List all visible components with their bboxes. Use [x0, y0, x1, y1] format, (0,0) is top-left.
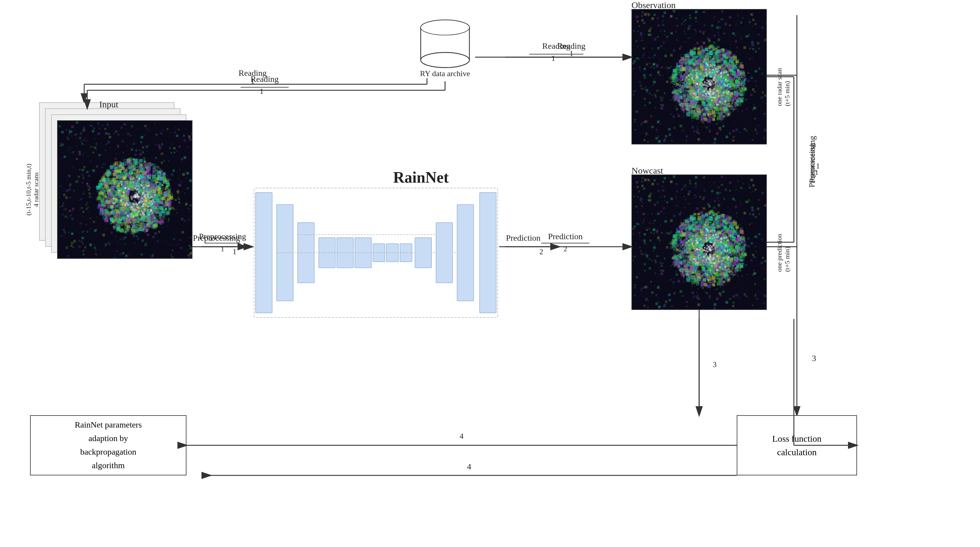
- svg-rect-43: [480, 193, 496, 313]
- svg-point-28: [421, 53, 469, 67]
- svg-text:Prediction: Prediction: [506, 233, 540, 242]
- svg-rect-35: [355, 238, 371, 268]
- svg-text:Preprocessing: Preprocessing: [193, 233, 240, 242]
- nowcast-label: Nowcast: [632, 166, 663, 176]
- svg-text:Reading: Reading: [557, 41, 585, 51]
- input-sublabel2-container: 4 radar scans: [29, 120, 44, 259]
- diagram: Reading 1 Reading 1 Preprocessing 1 Pred…: [0, 0, 980, 547]
- nowcast-sublabel: one prediction(t+5 min): [776, 234, 791, 272]
- nowcast-sublabel-container: one prediction(t+5 min): [768, 196, 799, 310]
- svg-rect-42: [457, 204, 474, 301]
- loss-label: Loss functioncalculation: [772, 432, 821, 459]
- svg-text:3: 3: [812, 354, 816, 363]
- svg-text:1: 1: [260, 87, 264, 96]
- preprocessing-right-container: Preprocessing: [800, 60, 824, 271]
- svg-text:4: 4: [460, 432, 464, 440]
- obs-radar-canvas: [632, 10, 767, 144]
- input-radar-canvas: [58, 121, 192, 259]
- svg-point-29: [421, 20, 469, 35]
- svg-text:1: 1: [570, 49, 573, 58]
- svg-rect-34: [337, 238, 353, 268]
- svg-text:Reading: Reading: [250, 74, 278, 84]
- svg-text:1: 1: [251, 77, 255, 85]
- svg-text:4: 4: [467, 462, 471, 471]
- input-label: Input: [99, 99, 118, 110]
- svg-rect-41: [436, 223, 453, 283]
- svg-text:Prediction: Prediction: [548, 232, 582, 241]
- observation-label: Observation: [632, 0, 676, 10]
- svg-rect-40: [415, 238, 431, 268]
- database-label: RY data archive: [415, 69, 475, 78]
- preprocessing-right-number: 1: [815, 169, 819, 177]
- nowcast-radar-canvas: [632, 175, 767, 310]
- svg-rect-32: [298, 223, 314, 283]
- rainnet-label: RainNet: [331, 169, 511, 186]
- svg-text:3: 3: [713, 360, 717, 369]
- obs-sublabel-container: one radar scan(t+5 min): [768, 30, 799, 144]
- reading-left-label: Reading: [239, 68, 266, 78]
- neural-network: [253, 187, 499, 319]
- svg-rect-33: [319, 238, 335, 268]
- svg-text:2: 2: [539, 247, 543, 256]
- input-sublabel2: 4 radar scans: [32, 172, 40, 207]
- svg-text:Preprocessing: Preprocessing: [199, 232, 246, 241]
- input-radar-main: [57, 120, 192, 259]
- svg-text:1: 1: [552, 54, 555, 62]
- observation-radar: [632, 9, 767, 144]
- obs-sublabel: one radar scan(t+5 min): [776, 68, 791, 106]
- backprop-box: RainNet parametersadaption bybackpropaga…: [30, 415, 186, 475]
- loss-function-box: Loss functioncalculation: [737, 415, 857, 475]
- preprocessing-right-label: Preprocessing: [807, 144, 816, 187]
- svg-text:Reading: Reading: [542, 41, 570, 51]
- nowcast-radar: [632, 174, 767, 310]
- backprop-label: RainNet parametersadaption bybackpropaga…: [75, 418, 142, 472]
- svg-text:1: 1: [233, 247, 237, 256]
- svg-rect-31: [277, 204, 293, 301]
- svg-text:2: 2: [563, 245, 567, 253]
- database-cylinder: [415, 18, 475, 72]
- svg-text:1: 1: [221, 245, 224, 253]
- svg-rect-30: [256, 193, 272, 313]
